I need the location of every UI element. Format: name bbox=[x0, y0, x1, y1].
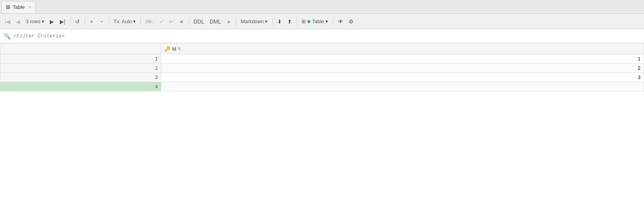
tx-dropdown[interactable]: Tx: Auto ▾ bbox=[111, 16, 138, 27]
filter-bar: 🔍 bbox=[0, 29, 644, 43]
divider-7 bbox=[272, 18, 273, 25]
cell-id[interactable] bbox=[161, 82, 644, 91]
data-table: 🔑 Id ⇅ 1122334 bbox=[0, 43, 644, 91]
ddl-label: DDL bbox=[194, 19, 204, 25]
view-mode-chevron: ▾ bbox=[325, 19, 328, 24]
column-header-id[interactable]: 🔑 Id ⇅ bbox=[161, 44, 644, 54]
filter-input[interactable] bbox=[13, 33, 640, 39]
divider-2 bbox=[84, 18, 85, 25]
divider-8 bbox=[297, 18, 297, 25]
cell-id[interactable]: 3 bbox=[161, 73, 644, 82]
filter-search-icon: 🔍 bbox=[4, 33, 10, 39]
more-button[interactable]: » bbox=[224, 16, 233, 27]
rows-count-dropdown[interactable]: 3 rows ▾ bbox=[24, 16, 47, 27]
next-row-button[interactable]: ▶ bbox=[47, 16, 57, 27]
row-number-cell: 2 bbox=[0, 64, 161, 73]
view-mode-label: Table bbox=[312, 19, 324, 24]
markdown-dropdown[interactable]: Markdown ▾ bbox=[238, 16, 270, 27]
markdown-chevron: ▾ bbox=[265, 19, 268, 24]
table-tab-close[interactable]: × bbox=[29, 5, 31, 9]
preview-button[interactable]: 👁 bbox=[335, 16, 346, 27]
divider-5 bbox=[189, 18, 189, 25]
table-tab[interactable]: ⊞ Table × bbox=[2, 1, 35, 13]
row-number-cell: 3 bbox=[0, 73, 161, 82]
table-row: 4 bbox=[0, 82, 644, 91]
rows-count-label: 3 rows bbox=[26, 19, 40, 24]
last-row-button[interactable]: ▶| bbox=[57, 16, 68, 27]
dml-label: DML bbox=[210, 19, 221, 25]
refresh-button[interactable]: ↺ bbox=[73, 16, 82, 27]
key-icon: 🔑 bbox=[164, 46, 170, 52]
sort-icon[interactable]: ⇅ bbox=[178, 47, 181, 51]
table-tab-label: Table bbox=[13, 4, 25, 10]
table-row: 22 bbox=[0, 64, 644, 73]
delete-row-button[interactable]: − bbox=[97, 16, 106, 27]
dml-button[interactable]: DML bbox=[207, 16, 224, 27]
check-button[interactable]: ✓ bbox=[157, 16, 166, 27]
active-indicator bbox=[307, 20, 310, 23]
view-mode-dropdown[interactable]: ⊞ Table ▾ bbox=[299, 16, 330, 27]
rows-count-chevron: ▾ bbox=[42, 19, 44, 24]
row-number-cell: 1 bbox=[0, 54, 161, 64]
tx-label: Tx: Auto bbox=[114, 19, 132, 24]
table-row: 33 bbox=[0, 73, 644, 82]
divider-3 bbox=[109, 18, 109, 25]
add-row-button[interactable]: + bbox=[87, 16, 96, 27]
row-number-cell: 4 bbox=[0, 82, 161, 91]
cell-id[interactable]: 2 bbox=[161, 64, 644, 73]
divider-4 bbox=[140, 18, 141, 25]
tx-chevron: ▾ bbox=[133, 19, 136, 24]
toolbar: |◀ ◀ 3 rows ▾ ▶ ▶| ↺ + − Tx: Auto ▾ DB↑ … bbox=[0, 14, 644, 29]
col-id-label: Id bbox=[172, 46, 176, 52]
db-commit-button[interactable]: DB↑ bbox=[143, 16, 156, 27]
view-mode-icon: ⊞ bbox=[302, 19, 306, 24]
tab-bar: ⊞ Table × bbox=[0, 0, 644, 14]
divider-9 bbox=[333, 18, 333, 25]
data-area: 🔑 Id ⇅ 1122334 bbox=[0, 43, 644, 219]
row-number-header bbox=[0, 44, 161, 54]
main-window: ⊞ Table × |◀ ◀ 3 rows ▾ ▶ ▶| ↺ + − Tx: A… bbox=[0, 0, 644, 219]
settings-button[interactable]: ⚙ bbox=[346, 16, 356, 27]
table-row: 11 bbox=[0, 54, 644, 64]
ddl-button[interactable]: DDL bbox=[191, 16, 207, 27]
table-header-row: 🔑 Id ⇅ bbox=[0, 44, 644, 54]
stop-button[interactable]: ■ bbox=[177, 16, 186, 27]
divider-6 bbox=[236, 18, 236, 25]
first-row-button[interactable]: |◀ bbox=[2, 16, 13, 27]
cell-id[interactable]: 1 bbox=[161, 54, 644, 64]
divider-1 bbox=[70, 18, 71, 25]
undo-button[interactable]: ↩ bbox=[167, 16, 176, 27]
prev-row-button[interactable]: ◀ bbox=[13, 16, 23, 27]
download-button[interactable]: ⬇ bbox=[275, 16, 284, 27]
upload-button[interactable]: ⬆ bbox=[285, 16, 294, 27]
table-tab-icon: ⊞ bbox=[6, 4, 10, 10]
markdown-label: Markdown bbox=[241, 19, 264, 24]
